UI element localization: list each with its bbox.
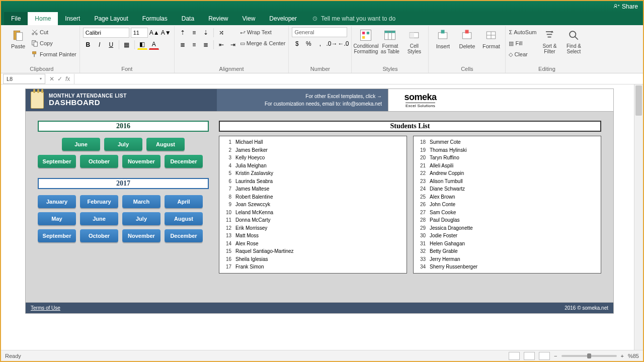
- month-july-button[interactable]: July: [122, 212, 160, 225]
- month-september-button[interactable]: September: [38, 155, 76, 168]
- cut-button[interactable]: Cut: [31, 27, 76, 37]
- currency-icon[interactable]: $: [292, 39, 302, 49]
- worksheet-area[interactable]: MONTHLY ATTENDANCE LIST DASHBOARD For ot…: [1, 84, 634, 350]
- list-item: 15Raquel Santiago-Martinez: [223, 247, 403, 255]
- bold-button[interactable]: B: [83, 40, 93, 50]
- month-march-button[interactable]: March: [122, 195, 160, 208]
- months-2017-grid: JanuaryFebruaryMarchAprilMayJuneJulyAugu…: [38, 195, 209, 242]
- tell-me-search[interactable]: Tell me what you want to do: [304, 12, 643, 25]
- enter-formula-icon[interactable]: ✓: [57, 75, 62, 82]
- month-july-button[interactable]: July: [104, 138, 142, 151]
- month-june-button[interactable]: June: [80, 212, 118, 225]
- month-september-button[interactable]: September: [38, 229, 76, 242]
- underline-button[interactable]: U: [106, 40, 116, 50]
- vertical-scrollbar[interactable]: [634, 84, 643, 350]
- increase-decimal-icon[interactable]: .0→: [327, 39, 337, 49]
- zoom-level[interactable]: %85: [628, 353, 639, 359]
- cell-styles-button[interactable]: Cell Styles: [403, 27, 425, 55]
- decrease-font-icon[interactable]: A▼: [161, 28, 171, 38]
- orientation-icon[interactable]: ⤮: [216, 28, 226, 38]
- list-item: 27Sam Cooke: [418, 209, 597, 217]
- tab-file[interactable]: File: [4, 12, 28, 25]
- number-format-select[interactable]: [292, 27, 347, 37]
- name-box[interactable]: L8▾: [3, 74, 45, 84]
- italic-button[interactable]: I: [95, 40, 105, 50]
- borders-button[interactable]: ▦: [122, 40, 132, 50]
- tab-formulas[interactable]: Formulas: [135, 12, 175, 25]
- tab-view[interactable]: View: [235, 12, 263, 25]
- tab-review[interactable]: Review: [201, 12, 235, 25]
- insert-cells-button[interactable]: Insert: [432, 27, 454, 50]
- svg-rect-10: [361, 30, 371, 41]
- normal-view-button[interactable]: [509, 352, 520, 360]
- month-june-button[interactable]: June: [62, 138, 100, 151]
- list-item: 11Donna McCarty: [223, 216, 403, 224]
- align-left-icon[interactable]: ≣: [178, 40, 188, 50]
- font-name-select[interactable]: [83, 28, 129, 38]
- zoom-out-button[interactable]: −: [554, 353, 557, 359]
- list-item: 19Thomas Hylinski: [418, 146, 597, 154]
- status-bar: Ready − + %85: [1, 350, 643, 361]
- align-center-icon[interactable]: ≡: [189, 40, 199, 50]
- find-select-button[interactable]: Find & Select: [562, 27, 585, 55]
- month-december-button[interactable]: December: [165, 229, 203, 242]
- terms-of-use-link[interactable]: Terms of Use: [31, 305, 60, 311]
- clear-button[interactable]: ◇ Clear: [509, 49, 536, 59]
- font-color-button[interactable]: A: [149, 40, 159, 50]
- list-item: 22Andrew Coppin: [418, 169, 597, 177]
- align-middle-icon[interactable]: ≡: [189, 28, 199, 38]
- increase-indent-icon[interactable]: ⇥: [228, 40, 238, 50]
- comma-icon[interactable]: ,: [315, 39, 325, 49]
- format-as-table-button[interactable]: Format as Table: [379, 27, 401, 55]
- svg-rect-3: [17, 33, 23, 41]
- cancel-formula-icon[interactable]: ✕: [49, 75, 54, 82]
- zoom-slider[interactable]: [561, 355, 617, 357]
- tab-developer[interactable]: Developer: [262, 12, 304, 25]
- decrease-indent-icon[interactable]: ⇤: [216, 40, 226, 50]
- increase-font-icon[interactable]: A▲: [149, 28, 159, 38]
- paste-button[interactable]: Paste: [7, 27, 29, 50]
- students-column-2: 18Summer Cote19Thomas Hylinski20Taryn Ru…: [413, 136, 601, 274]
- tab-data[interactable]: Data: [175, 12, 201, 25]
- format-painter-button[interactable]: Format Painter: [31, 49, 76, 59]
- align-bottom-icon[interactable]: ⇣: [201, 28, 211, 38]
- fill-button[interactable]: ▥ Fill: [509, 38, 536, 48]
- tab-insert[interactable]: Insert: [58, 12, 87, 25]
- conditional-formatting-button[interactable]: Conditional Formatting: [355, 27, 377, 55]
- share-button[interactable]: Share: [614, 3, 638, 10]
- month-december-button[interactable]: December: [165, 155, 203, 168]
- month-january-button[interactable]: January: [38, 195, 76, 208]
- copy-button[interactable]: Copy: [31, 38, 76, 48]
- month-august-button[interactable]: August: [146, 138, 185, 151]
- month-october-button[interactable]: October: [80, 229, 118, 242]
- page-layout-view-button[interactable]: [524, 352, 535, 360]
- align-top-icon[interactable]: ⇡: [178, 28, 188, 38]
- month-february-button[interactable]: February: [80, 195, 118, 208]
- month-may-button[interactable]: May: [38, 212, 76, 225]
- align-right-icon[interactable]: ≣: [201, 40, 211, 50]
- list-item: 5Kristin Zaslavsky: [223, 169, 403, 177]
- tab-home[interactable]: Home: [28, 12, 58, 25]
- formula-bar[interactable]: [74, 74, 643, 84]
- font-size-select[interactable]: [131, 28, 148, 38]
- month-october-button[interactable]: October: [80, 155, 118, 168]
- sort-filter-button[interactable]: Sort & Filter: [538, 27, 560, 55]
- delete-cells-button[interactable]: Delete: [456, 27, 478, 50]
- decrease-decimal-icon[interactable]: ←.0: [338, 39, 348, 49]
- list-item: 21Alleli Aspili: [418, 162, 597, 170]
- month-november-button[interactable]: November: [122, 229, 160, 242]
- merge-center-button[interactable]: ▭ Merge & Center: [240, 38, 286, 48]
- month-april-button[interactable]: April: [165, 195, 203, 208]
- percent-icon[interactable]: %: [303, 39, 313, 49]
- fill-color-button[interactable]: ◧: [137, 40, 147, 50]
- autosum-button[interactable]: Σ AutoSum: [509, 27, 536, 37]
- wrap-text-button[interactable]: ⮐ Wrap Text: [240, 27, 286, 37]
- month-november-button[interactable]: November: [122, 155, 160, 168]
- month-august-button[interactable]: August: [165, 212, 203, 225]
- group-label-cells: Cells: [432, 65, 502, 73]
- page-break-view-button[interactable]: [539, 352, 550, 360]
- format-cells-button[interactable]: Format: [480, 27, 502, 50]
- zoom-in-button[interactable]: +: [621, 353, 624, 359]
- tab-page-layout[interactable]: Page Layout: [87, 12, 135, 25]
- fx-icon[interactable]: fx: [65, 75, 70, 82]
